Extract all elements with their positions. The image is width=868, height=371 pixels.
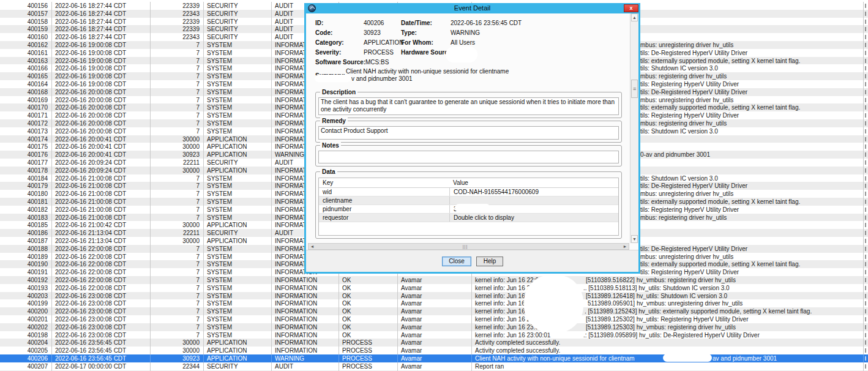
- scroll-down-icon[interactable]: ▼: [631, 235, 638, 243]
- cell-code: 22344: [151, 362, 204, 370]
- cell-code: 30000: [151, 135, 204, 143]
- cell-message-after-redaction: .: [5113989.095899] hv_utils: De-Registe…: [583, 331, 760, 339]
- datetime-label: Date/Time:: [401, 20, 432, 26]
- close-icon[interactable]: x: [624, 4, 638, 12]
- cell-id: 400163: [0, 57, 52, 65]
- data-table-row[interactable]: requestorDouble click to display: [319, 214, 618, 222]
- cell-id: 400193: [0, 284, 52, 292]
- cell-source: Avamar: [398, 347, 472, 354]
- dialog-title: Event Detail: [304, 4, 640, 12]
- severity-label: Severity:: [315, 49, 341, 56]
- cell-timestamp: 2022-06-16 21:00:08 CDT: [52, 214, 151, 222]
- cell-id: 400166: [0, 64, 52, 72]
- cell-message-tail: tils: Shutdown IC version 3.0: [640, 174, 718, 182]
- cell-category: SYSTEM: [204, 307, 272, 315]
- clipped-next-column-mark: [865, 356, 866, 361]
- cell-message-after-redaction: [5110389.516822] hv_vmbus: registering d…: [586, 276, 736, 284]
- notes-text[interactable]: [318, 151, 619, 163]
- cell-id: 400206: [0, 354, 52, 362]
- cell-category: SYSTEM: [204, 174, 272, 182]
- cell-severity: INFORMATION: [272, 276, 339, 284]
- cell-category: APPLICATION: [204, 151, 272, 159]
- scroll-left-icon[interactable]: ◄: [309, 244, 316, 249]
- vertical-scrollbar-thumb[interactable]: [631, 80, 638, 98]
- cell-timestamp: 2022-06-16 19:00:08 CDT: [52, 57, 151, 65]
- cell-message-tail: tils: De-Registered HyperV Utility Drive…: [640, 245, 747, 253]
- dialog-vertical-scrollbar[interactable]: ▲ ▼: [630, 13, 638, 243]
- cell-status: OK: [339, 276, 398, 284]
- redaction-blob-summary: [315, 75, 351, 82]
- cell-category: SYSTEM: [204, 103, 272, 111]
- cell-message-after-redaction: [5113989.125303] hv_vmbus: registering d…: [586, 323, 736, 331]
- cell-id: 400187: [0, 237, 52, 245]
- dialog-titlebar[interactable]: Event Detail x: [304, 3, 640, 13]
- dialog-horizontal-scrollbar[interactable]: ◄ ||| ►: [308, 243, 629, 250]
- cell-timestamp: 2022-06-16 20:00:08 CDT: [52, 111, 151, 119]
- for-whom-value: All Users: [451, 39, 475, 46]
- remedy-text[interactable]: Contact Product Support: [318, 126, 619, 140]
- close-button[interactable]: Close: [442, 257, 471, 266]
- scroll-right-icon[interactable]: ►: [621, 244, 629, 249]
- cell-id: 400182: [0, 206, 52, 214]
- cell-timestamp: 2022-06-16 22:00:08 CDT: [52, 276, 151, 284]
- cell-message-after-redaction: [5113989.126418] hv_utils: Shutdown IC v…: [586, 292, 727, 300]
- cell-code: 7: [151, 268, 204, 276]
- cell-category: SYSTEM: [204, 292, 272, 300]
- cell-category: APPLICATION: [204, 135, 272, 143]
- data-value: Double click to display: [449, 214, 618, 222]
- cell-id: 400184: [0, 174, 52, 182]
- cell-id: 400164: [0, 80, 52, 88]
- cell-id: 400190: [0, 260, 52, 268]
- clipped-next-column-mark: [865, 262, 866, 266]
- cell-category: SECURITY: [204, 2, 272, 10]
- cell-timestamp: 2022-06-16 19:00:08 CDT: [52, 80, 151, 88]
- notes-group-label: Notes: [320, 142, 341, 149]
- cell-code: 7: [151, 49, 204, 57]
- cell-code: 7: [151, 103, 204, 111]
- cell-timestamp: 2022-06-16 23:00:08 CDT: [52, 299, 151, 307]
- software-source-value: MCS:BS: [365, 59, 389, 66]
- scrollbar-grip-icon[interactable]: |||: [460, 244, 471, 249]
- cell-id: 400199: [0, 299, 52, 307]
- cell-id: 400170: [0, 103, 52, 111]
- cell-message-tail: mbus: unregistering driver hv_utils: [640, 96, 733, 104]
- cell-timestamp: 2022-06-16 20:00:08 CDT: [52, 127, 151, 135]
- cell-code: 30000: [151, 167, 204, 174]
- cell-id: 400157: [0, 10, 52, 18]
- cell-code: 7: [151, 57, 204, 65]
- scroll-up-icon[interactable]: ▲: [631, 13, 638, 21]
- cell-id: 400156: [0, 2, 52, 10]
- description-text[interactable]: The client has a bug that it can't guara…: [318, 97, 619, 115]
- cell-message-after-redaction: 5113989.095901] hv_vmbus: unregistering …: [588, 299, 743, 307]
- data-value: COD-NAH-9165544176000609: [449, 188, 618, 196]
- cell-category: APPLICATION: [204, 143, 272, 151]
- cell-category: SECURITY: [204, 33, 272, 41]
- cell-source: Avamar: [398, 315, 472, 323]
- cell-id: 400200: [0, 307, 52, 315]
- cell-timestamp: 2022-06-16 22:00:08 CDT: [52, 284, 151, 292]
- clipped-next-column-mark: [865, 247, 866, 251]
- clipped-next-column-mark: [865, 4, 866, 8]
- data-table-row[interactable]: widCOD-NAH-9165544176000609: [319, 188, 618, 197]
- cell-category: SECURITY: [204, 25, 272, 33]
- clipped-next-column-mark: [865, 294, 866, 298]
- data-group: Data Key Value widCOD-NAH-91655441760006…: [315, 171, 622, 239]
- cell-category: SYSTEM: [204, 299, 272, 307]
- cell-message-after-redaction: av and pidnumber 3001: [713, 354, 777, 362]
- cell-code: 7: [151, 96, 204, 104]
- cell-category: SYSTEM: [204, 268, 272, 276]
- clipped-next-column-mark: [865, 325, 866, 329]
- clipped-next-column-mark: [865, 152, 866, 157]
- clipped-next-column-mark: [865, 223, 866, 227]
- cell-timestamp: 2022-06-16 18:27:44 CDT: [52, 2, 151, 10]
- cell-severity: INFORMATION: [272, 292, 339, 300]
- cell-code: 22339: [151, 18, 204, 26]
- redaction-blob-selected-row: [663, 354, 712, 362]
- help-button[interactable]: Help: [476, 257, 503, 266]
- cell-category: SYSTEM: [204, 198, 272, 206]
- data-key-value-table: Key Value widCOD-NAH-9165544176000609cli…: [318, 178, 619, 236]
- cell-id: 400207: [0, 362, 52, 370]
- clipped-next-column-mark: [865, 90, 866, 94]
- cell-message-tail: tils: externally supported module, setti…: [640, 103, 800, 111]
- cell-code: 30000: [151, 237, 204, 245]
